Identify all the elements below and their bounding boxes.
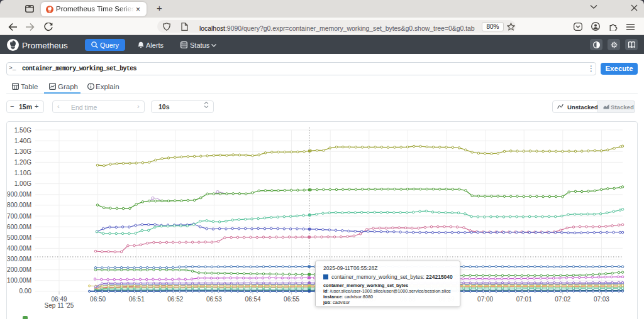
- svg-text:07:03: 07:03: [594, 296, 609, 303]
- svg-text:1.10G: 1.10G: [14, 170, 31, 176]
- svg-text:06:50: 06:50: [90, 296, 106, 303]
- svg-text:0.00: 0.00: [19, 288, 32, 295]
- svg-text:Sep 11 '25: Sep 11 '25: [45, 302, 74, 309]
- svg-text:900.00M: 900.00M: [7, 191, 31, 198]
- svg-text:06:49: 06:49: [51, 296, 67, 303]
- svg-text:200.00M: 200.00M: [7, 266, 31, 273]
- svg-text:06:51: 06:51: [129, 296, 145, 303]
- svg-text:700.00M: 700.00M: [7, 213, 31, 220]
- svg-text:400.00M: 400.00M: [7, 245, 31, 252]
- svg-text:800.00M: 800.00M: [7, 202, 31, 208]
- svg-text:300.00M: 300.00M: [7, 256, 31, 262]
- svg-text:06:54: 06:54: [245, 296, 260, 303]
- svg-text:100.00M: 100.00M: [7, 277, 31, 284]
- svg-text:1.40G: 1.40G: [14, 138, 31, 144]
- svg-text:07:00: 07:00: [477, 296, 493, 303]
- svg-text:1.50G: 1.50G: [14, 127, 31, 134]
- svg-text:600.00M: 600.00M: [7, 224, 31, 230]
- svg-text:06:52: 06:52: [167, 296, 183, 303]
- svg-text:500.00M: 500.00M: [7, 234, 31, 241]
- svg-text:1.30G: 1.30G: [14, 148, 31, 155]
- svg-text:07:01: 07:01: [516, 296, 532, 303]
- svg-text:07:02: 07:02: [555, 296, 570, 303]
- svg-text:1.20G: 1.20G: [14, 159, 31, 166]
- svg-text:06:53: 06:53: [206, 296, 222, 303]
- svg-text:1.00G: 1.00G: [14, 180, 31, 187]
- svg-text:06:55: 06:55: [284, 296, 299, 303]
